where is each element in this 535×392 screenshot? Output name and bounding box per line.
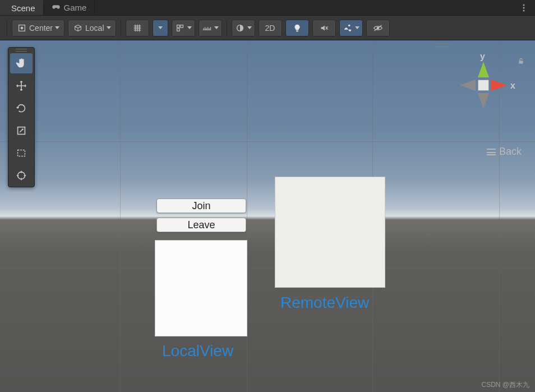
gizmo-center[interactable]	[478, 80, 489, 91]
tab-scene[interactable]: Scene	[0, 0, 44, 15]
svg-rect-8	[177, 28, 179, 31]
chevron-down-icon	[55, 26, 59, 29]
tab-strip: Scene Game	[0, 0, 535, 16]
pivot-mode-label: Center	[29, 24, 53, 33]
svg-point-11	[348, 24, 350, 26]
mode-2d-button[interactable]: 2D	[259, 20, 282, 36]
join-button[interactable]: Join	[156, 199, 246, 213]
svg-point-3	[523, 10, 525, 11]
audio-toggle[interactable]	[312, 20, 336, 36]
svg-rect-6	[177, 25, 179, 27]
scene-guide	[247, 40, 247, 392]
scene-guide	[120, 40, 121, 392]
visibility-toggle[interactable]	[366, 20, 390, 36]
grid-snap-dropdown[interactable]	[153, 20, 168, 36]
gizmo-back-text: Back	[499, 146, 522, 158]
tab-game-label: Game	[64, 3, 87, 12]
move-tool[interactable]	[10, 76, 33, 96]
pivot-mode-button[interactable]: Center	[12, 20, 64, 36]
rotate-tool[interactable]	[10, 98, 33, 118]
axis-neg-x-cone[interactable]	[460, 80, 476, 91]
hand-tool[interactable]	[10, 53, 33, 73]
axis-neg-y-cone[interactable]	[478, 93, 489, 109]
orientation-gizmo[interactable]: y x Back	[454, 52, 522, 141]
local-view-label: LocalView	[162, 342, 233, 360]
chevron-down-icon	[158, 26, 163, 29]
axis-x-cone[interactable]	[491, 80, 507, 91]
leave-button-label: Leave	[187, 219, 215, 231]
transform-tool[interactable]	[10, 165, 33, 186]
scale-tool[interactable]	[10, 121, 33, 141]
mode-2d-label: 2D	[265, 24, 275, 33]
chevron-down-icon	[107, 26, 111, 29]
lock-icon[interactable]	[517, 57, 525, 65]
local-view-panel	[155, 240, 247, 336]
scene-toolbar: Center Local 2D	[0, 16, 535, 40]
menu-icon	[487, 149, 496, 155]
ruler-button[interactable]	[199, 20, 222, 36]
remote-view-label: RemoteView	[280, 294, 369, 312]
gizmo-view-label[interactable]: Back	[487, 146, 522, 158]
scene-viewport[interactable]: y x Back Join Leave LocalView RemoteView	[0, 40, 535, 392]
svg-point-5	[21, 27, 23, 29]
svg-point-15	[18, 172, 25, 179]
handle-space-label: Local	[85, 24, 104, 33]
chevron-down-icon	[214, 26, 219, 29]
snap-increment-button[interactable]	[172, 20, 195, 36]
viewport-grip[interactable]	[434, 44, 451, 47]
axis-y-label: y	[480, 52, 485, 62]
scene-guide	[0, 141, 535, 142]
tool-column-grip[interactable]	[8, 48, 34, 52]
chevron-down-icon	[187, 26, 192, 29]
lighting-toggle[interactable]	[285, 20, 309, 36]
svg-rect-10	[296, 30, 298, 31]
chevron-down-icon	[247, 26, 252, 29]
grid-snapping-button[interactable]	[126, 20, 149, 36]
tab-game[interactable]: Game	[44, 0, 95, 15]
svg-rect-7	[180, 25, 183, 27]
fx-toggle[interactable]	[339, 20, 363, 36]
svg-rect-14	[18, 150, 25, 156]
shading-mode-button[interactable]	[232, 20, 255, 36]
svg-point-2	[523, 7, 525, 8]
game-tab-icon	[52, 2, 61, 13]
remote-view-panel	[275, 177, 385, 288]
handle-space-button[interactable]: Local	[68, 20, 116, 36]
svg-point-1	[523, 4, 525, 6]
axis-x-label: x	[510, 81, 515, 91]
rect-tool[interactable]	[10, 143, 33, 163]
join-button-label: Join	[192, 200, 210, 212]
scene-guide	[0, 268, 535, 269]
axis-y-cone[interactable]	[478, 62, 489, 77]
tab-more-menu[interactable]	[513, 0, 535, 15]
chevron-down-icon	[355, 26, 359, 29]
tool-column	[8, 47, 35, 187]
leave-button[interactable]: Leave	[156, 218, 246, 232]
tab-scene-label: Scene	[11, 3, 35, 13]
watermark: CSDN @西木九	[481, 380, 529, 390]
